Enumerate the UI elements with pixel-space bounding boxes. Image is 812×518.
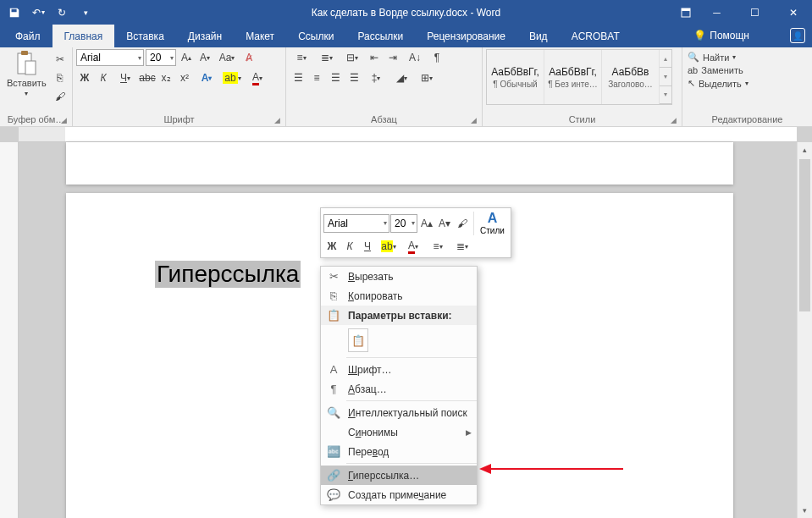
mini-bullets[interactable]: ≡▾ [426, 238, 450, 255]
justify-button[interactable]: ☰ [345, 69, 362, 86]
grow-font-button[interactable]: A▴ [178, 49, 195, 66]
cut-button[interactable]: ✂ [52, 51, 69, 68]
maximize-button[interactable]: ☐ [736, 0, 774, 25]
bold-button[interactable]: Ж [76, 69, 93, 86]
find-button[interactable]: 🔍Найти▾ [686, 51, 750, 63]
gallery-scroll[interactable]: ▴▾▾ [660, 50, 671, 104]
decrease-indent-button[interactable]: ⇤ [366, 49, 383, 66]
group-styles: АаБбВвГг,¶ Обычный АаБбВвГг,¶ Без инте… … [483, 47, 682, 126]
style-normal[interactable]: АаБбВвГг,¶ Обычный [487, 50, 544, 104]
page-previous[interactable] [66, 142, 733, 185]
tab-file[interactable]: Файл [3, 25, 52, 47]
page[interactable]: Гиперссылка Arial▾ 20▾ A▴ A▾ 🖌 AСтили Ж … [66, 193, 733, 518]
selected-text[interactable]: Гиперссылка [155, 261, 301, 288]
shading-button[interactable]: ◢▾ [389, 69, 413, 86]
style-heading1[interactable]: АаБбВвЗаголово… [602, 50, 660, 104]
italic-button[interactable]: К [95, 69, 112, 86]
ctx-synonyms[interactable]: Синонимы▶ [321, 422, 477, 442]
redo-button[interactable]: ↻ [51, 2, 73, 23]
shrink-font-button[interactable]: A▾ [196, 49, 213, 66]
ctx-font[interactable]: AШрифт… [321, 360, 477, 379]
copy-icon: ⎘ [326, 289, 341, 302]
font-name-select[interactable]: Arial▾ [76, 49, 144, 66]
ctx-copy[interactable]: ⎘Копировать [321, 286, 477, 306]
tab-mailings[interactable]: Рассылки [345, 25, 415, 47]
tell-me[interactable]: 💡Помощн [693, 30, 749, 41]
align-right-button[interactable]: ☰ [327, 69, 344, 86]
tab-layout[interactable]: Макет [234, 25, 286, 47]
mini-shrink-font[interactable]: A▾ [436, 215, 453, 232]
translate-icon: 🔤 [326, 445, 341, 458]
scroll-thumb[interactable] [799, 159, 810, 311]
ctx-new-comment[interactable]: 💬Создать примечание [321, 485, 477, 504]
ribbon-options-button[interactable] [674, 0, 698, 25]
mini-format-painter[interactable]: 🖌 [454, 215, 471, 232]
ctx-cut[interactable]: ✂Вырезать [321, 267, 477, 286]
ctx-smart-lookup[interactable]: 🔍Интеллектуальный поиск [321, 403, 477, 422]
select-button[interactable]: ↖Выделить▾ [686, 77, 750, 90]
scroll-down-button[interactable]: ▾ [798, 503, 812, 518]
subscript-button[interactable]: x₂ [157, 69, 174, 86]
horizontal-ruler[interactable] [19, 127, 797, 142]
font-color-button[interactable]: A▾ [246, 69, 269, 86]
clear-formatting-button[interactable]: A̷ [240, 49, 257, 66]
strikethrough-button[interactable]: abc [139, 69, 156, 86]
tab-design[interactable]: Дизайн [176, 25, 234, 47]
mini-bold[interactable]: Ж [323, 238, 340, 255]
vertical-scrollbar[interactable]: ▴ ▾ [797, 142, 812, 518]
paste-button[interactable]: Вставить▾ [3, 49, 50, 99]
mini-numbering[interactable]: ≣▾ [450, 238, 474, 255]
qat-customize[interactable]: ▾ [75, 2, 97, 23]
font-size-select[interactable]: 20▾ [146, 49, 176, 66]
show-marks-button[interactable]: ¶ [428, 49, 445, 66]
mini-font-color[interactable]: A▾ [401, 238, 425, 255]
scroll-up-button[interactable]: ▴ [798, 142, 812, 157]
close-button[interactable]: ✕ [774, 0, 812, 25]
underline-button[interactable]: Ч▾ [113, 69, 137, 86]
dialog-launcher-icon[interactable]: ◢ [671, 116, 677, 124]
replace-button[interactable]: abЗаменить [686, 64, 750, 76]
mini-underline[interactable]: Ч [359, 238, 376, 255]
bullets-button[interactable]: ≡▾ [290, 49, 313, 66]
mini-size-select[interactable]: 20▾ [390, 214, 417, 233]
tab-view[interactable]: Вид [517, 25, 560, 47]
copy-button[interactable]: ⎘ [52, 69, 69, 86]
styles-gallery[interactable]: АаБбВвГг,¶ Обычный АаБбВвГг,¶ Без инте… … [486, 49, 672, 105]
multilevel-list-button[interactable]: ⊟▾ [340, 49, 364, 66]
mini-font-select[interactable]: Arial▾ [323, 214, 389, 233]
text-effects-button[interactable]: A▾ [195, 69, 218, 86]
highlight-button[interactable]: ab▾ [220, 69, 244, 86]
ctx-paragraph[interactable]: ¶Абзац… [321, 379, 477, 399]
dialog-launcher-icon[interactable]: ◢ [471, 116, 477, 124]
mini-highlight[interactable]: ab▾ [377, 238, 400, 255]
align-center-button[interactable]: ≡ [308, 69, 325, 86]
tab-acrobat[interactable]: ACROBAT [560, 25, 632, 47]
save-button[interactable] [3, 2, 25, 23]
format-painter-button[interactable]: 🖌 [52, 88, 69, 105]
align-left-button[interactable]: ☰ [290, 69, 307, 86]
ctx-hyperlink[interactable]: 🔗Гиперссылка… [321, 466, 477, 485]
dialog-launcher-icon[interactable]: ◢ [274, 116, 280, 124]
tab-references[interactable]: Ссылки [286, 25, 345, 47]
dialog-launcher-icon[interactable]: ◢ [61, 116, 67, 124]
share-button[interactable]: 👤 [790, 28, 805, 43]
style-no-spacing[interactable]: АаБбВвГг,¶ Без инте… [544, 50, 602, 104]
superscript-button[interactable]: x² [176, 69, 193, 86]
paste-keep-formatting[interactable]: 📋 [348, 328, 368, 352]
tab-home[interactable]: Главная [52, 25, 115, 47]
mini-styles-button[interactable]: AСтили [477, 211, 508, 235]
borders-button[interactable]: ⊞▾ [415, 69, 439, 86]
minimize-button[interactable]: ─ [698, 0, 736, 25]
sort-button[interactable]: A↓ [403, 49, 427, 66]
mini-italic[interactable]: К [341, 238, 358, 255]
vertical-ruler[interactable] [0, 142, 19, 518]
ctx-translate[interactable]: 🔤Перевод [321, 442, 477, 461]
tab-insert[interactable]: Вставка [114, 25, 176, 47]
numbering-button[interactable]: ≣▾ [315, 49, 339, 66]
increase-indent-button[interactable]: ⇥ [384, 49, 401, 66]
undo-button[interactable]: ↶▾ [27, 2, 49, 23]
mini-grow-font[interactable]: A▴ [418, 215, 435, 232]
change-case-button[interactable]: Aa▾ [215, 49, 239, 66]
line-spacing-button[interactable]: ‡▾ [364, 69, 388, 86]
tab-review[interactable]: Рецензирование [415, 25, 517, 47]
